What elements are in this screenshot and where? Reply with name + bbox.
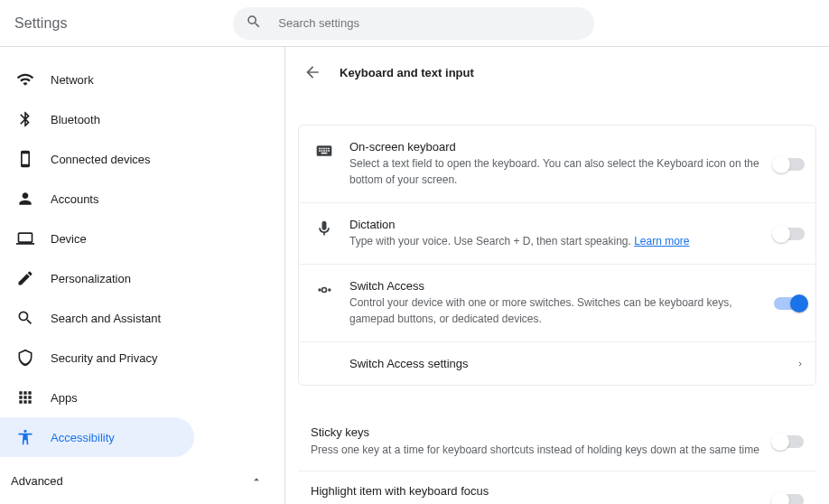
content-panel: Keyboard and text input On-screen keyboa… (285, 47, 829, 504)
setting-title: Dictation (349, 218, 763, 231)
setting-sticky-keys: Sticky keys Press one key at a time for … (298, 413, 816, 471)
sidebar-item-network[interactable]: Network (0, 60, 194, 99)
sidebar-item-label: Network (51, 73, 94, 87)
setting-title: On-screen keyboard (349, 140, 763, 154)
sidebar-item-label: Personalization (51, 272, 131, 285)
search-box[interactable] (233, 7, 594, 40)
toggle-on-screen-keyboard[interactable] (774, 158, 805, 171)
microphone-icon (315, 219, 333, 238)
setting-title: Highlight item with keyboard focus (311, 484, 762, 498)
setting-on-screen-keyboard: On-screen keyboard Select a text field t… (299, 126, 815, 203)
setting-switch-access: Switch Access Control your device with o… (299, 265, 815, 342)
wifi-icon (16, 70, 34, 89)
apps-grid-icon (16, 388, 34, 406)
bluetooth-icon (16, 110, 34, 128)
toggle-dictation[interactable] (774, 228, 805, 240)
learn-more-link[interactable]: Learn more (634, 235, 689, 247)
sidebar-item-label: Search and Assistant (51, 312, 161, 325)
toggle-sticky-keys[interactable] (773, 435, 804, 448)
sidebar-item-label: Apps (51, 391, 78, 405)
sidebar-item-label: Device (51, 232, 87, 246)
svg-point-0 (318, 288, 321, 291)
advanced-toggle[interactable]: Advanced (0, 462, 284, 499)
search-input[interactable] (278, 16, 582, 30)
setting-subtitle: Control your device with one or more swi… (349, 294, 763, 327)
sidebar: Network Bluetooth Connected devices Acco… (0, 47, 285, 504)
sidebar-item-label: Security and Privacy (51, 351, 158, 365)
back-button[interactable] (303, 63, 321, 81)
setting-title: Sticky keys (311, 425, 762, 439)
toggle-switch-access[interactable] (774, 297, 805, 310)
sidebar-item-label: Connected devices (51, 153, 151, 166)
sidebar-item-personalization[interactable]: Personalization (0, 258, 194, 298)
setting-title: Switch Access (349, 279, 763, 293)
sidebar-item-connected-devices[interactable]: Connected devices (0, 139, 194, 179)
sidebar-item-security-privacy[interactable]: Security and Privacy (0, 338, 194, 378)
app-title: Settings (14, 15, 68, 32)
advanced-label: Advanced (11, 474, 63, 488)
pencil-icon (16, 269, 34, 287)
toggle-highlight-keyboard-focus[interactable] (773, 494, 804, 504)
magnify-icon (16, 309, 34, 327)
sidebar-item-device[interactable]: Device (0, 219, 194, 258)
sidebar-item-label: Accessibility (51, 431, 115, 444)
person-icon (16, 190, 34, 208)
page-title: Keyboard and text input (340, 66, 474, 79)
setting-title: Switch Access settings (349, 357, 785, 370)
setting-highlight-keyboard-focus: Highlight item with keyboard focus Item … (298, 471, 816, 504)
setting-switch-access-settings[interactable]: Switch Access settings (299, 342, 815, 385)
phone-icon (16, 150, 34, 168)
search-icon (246, 14, 262, 33)
svg-point-2 (328, 288, 331, 291)
setting-subtitle: Select a text field to open the keyboard… (349, 155, 763, 188)
accessibility-icon (16, 428, 34, 446)
sidebar-item-bluetooth[interactable]: Bluetooth (0, 99, 194, 139)
chevron-right-icon (796, 359, 805, 369)
setting-subtitle: Type with your voice. Use Search + D, th… (349, 233, 763, 249)
sidebar-item-accessibility[interactable]: Accessibility (0, 417, 194, 457)
setting-subtitle: Press one key at a time for keyboard sho… (311, 443, 762, 458)
sidebar-item-apps[interactable]: Apps (0, 378, 194, 417)
primary-card: On-screen keyboard Select a text field t… (298, 125, 816, 386)
setting-dictation: Dictation Type with your voice. Use Sear… (299, 203, 815, 265)
sidebar-item-search-assistant[interactable]: Search and Assistant (0, 298, 194, 338)
laptop-icon (16, 229, 34, 247)
sidebar-item-date-time[interactable]: Date and time (0, 499, 194, 504)
switch-access-icon (315, 281, 333, 299)
shield-icon (16, 349, 34, 367)
sidebar-item-label: Accounts (51, 192, 98, 206)
sidebar-item-accounts[interactable]: Accounts (0, 179, 194, 219)
svg-point-1 (322, 288, 327, 293)
chevron-up-icon (250, 473, 263, 489)
keyboard-icon (315, 142, 333, 160)
sidebar-item-label: Bluetooth (51, 113, 100, 126)
